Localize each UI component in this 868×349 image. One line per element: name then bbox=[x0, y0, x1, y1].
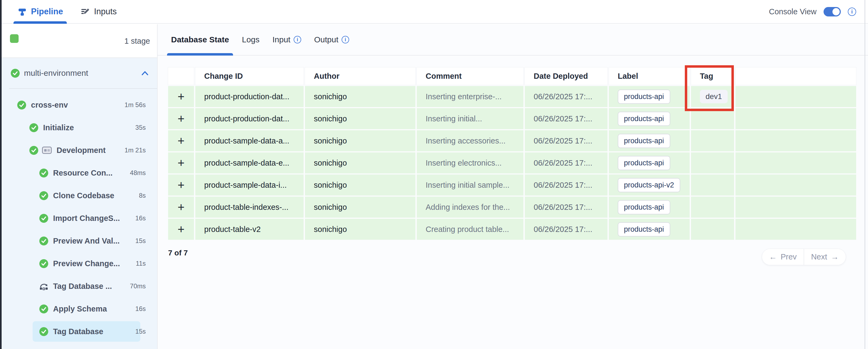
table-row-expander[interactable]: + bbox=[168, 130, 194, 151]
header-label: Label bbox=[609, 67, 690, 85]
check-circle-icon bbox=[29, 123, 38, 132]
tree-item-development[interactable]: Development 1m 21s bbox=[2, 139, 157, 162]
table-row-expander[interactable]: + bbox=[168, 108, 194, 129]
label-badge: products-api-v2 bbox=[618, 178, 680, 192]
tab-label: Input bbox=[272, 35, 290, 44]
check-circle-icon bbox=[39, 191, 48, 200]
check-circle-icon bbox=[39, 259, 48, 268]
tree-item-tag-database-skipped[interactable]: Tag Database ... 70ms bbox=[2, 275, 157, 297]
cell-date-deployed: 06/26/2025 17:... bbox=[525, 108, 608, 129]
skipped-step-icon bbox=[39, 282, 48, 291]
tree-item-duration: 1m 21s bbox=[124, 146, 146, 154]
active-tab-underline bbox=[167, 53, 233, 56]
cell-change-id: product-production-dat... bbox=[195, 86, 304, 107]
output-info-icon[interactable]: i bbox=[342, 36, 349, 43]
prev-page-button[interactable]: ← Prev bbox=[762, 249, 804, 265]
label-badge: products-api bbox=[618, 134, 670, 148]
cell-date-deployed: 06/26/2025 17:... bbox=[525, 86, 608, 107]
next-page-button[interactable]: Next → bbox=[804, 249, 846, 265]
cell-label: products-api bbox=[609, 152, 690, 173]
check-circle-icon bbox=[11, 69, 20, 78]
tree-item-label: Apply Schema bbox=[53, 304, 107, 313]
cell-comment: Inserting accessories... bbox=[417, 130, 523, 151]
check-circle-icon bbox=[39, 214, 48, 223]
table-row-expander[interactable]: + bbox=[168, 152, 194, 173]
pipeline-icon bbox=[18, 7, 27, 16]
tree-item-clone-codebase[interactable]: Clone Codebase 8s bbox=[2, 184, 157, 207]
cell-comment: Creating product table... bbox=[417, 219, 523, 240]
cell-tag bbox=[691, 108, 734, 129]
cell-label: products-api bbox=[609, 108, 690, 129]
tree-item-label: Tag Database bbox=[53, 327, 103, 336]
table-row-expander[interactable]: + bbox=[168, 197, 194, 217]
cell-label: products-api bbox=[609, 130, 690, 151]
check-circle-icon bbox=[39, 304, 48, 313]
cell-label: products-api bbox=[609, 86, 690, 107]
console-view-label: Console View bbox=[769, 7, 816, 16]
table-row-expander[interactable]: + bbox=[168, 175, 194, 196]
cell-change-id: product-sample-data-a... bbox=[195, 130, 304, 151]
table-row-expander[interactable]: + bbox=[168, 86, 194, 107]
tree-item-tag-database-selected[interactable]: Tag Database 15s bbox=[2, 320, 157, 343]
tree-item-label: Resource Con... bbox=[53, 169, 113, 177]
right-arrow-icon: → bbox=[831, 253, 839, 261]
database-state-table: Change ID Author Comment Date Deployed L… bbox=[168, 67, 856, 240]
cell-date-deployed: 06/26/2025 17:... bbox=[525, 175, 608, 196]
tab-logs[interactable]: Logs bbox=[242, 24, 259, 55]
cell-change-id: product-table-v2 bbox=[195, 219, 304, 240]
tree-item-resource-con[interactable]: Resource Con... 48ms bbox=[2, 162, 157, 184]
tree-item-preview-and-validate[interactable]: Preview And Val... 15s bbox=[2, 230, 157, 252]
cell-author: sonichigo bbox=[305, 197, 415, 217]
tag-chip: dev1 bbox=[700, 90, 727, 103]
cell-tag bbox=[691, 219, 734, 240]
cell-label: products-api bbox=[609, 219, 690, 240]
stage-summary-header: 1 stage bbox=[2, 24, 157, 58]
tree-item-label: Initialize bbox=[43, 123, 74, 132]
tree-root-multi-environment[interactable]: multi-environment bbox=[2, 58, 157, 88]
cell-date-deployed: 06/26/2025 17:... bbox=[525, 152, 608, 173]
pipeline-tree: multi-environment cross-env 1m 56s Initi… bbox=[2, 58, 157, 349]
header-date-deployed: Date Deployed bbox=[525, 67, 608, 85]
tab-inputs[interactable]: Inputs bbox=[81, 0, 117, 23]
tree-item-cross-env[interactable]: cross-env 1m 56s bbox=[2, 94, 157, 116]
chevron-up-icon[interactable] bbox=[141, 70, 149, 76]
detail-tabs: Database State Logs Input i Output i bbox=[158, 24, 868, 56]
console-info-icon[interactable]: i bbox=[848, 7, 856, 16]
cell-spacer bbox=[736, 219, 856, 240]
tab-database-state[interactable]: Database State bbox=[171, 24, 229, 55]
tree-item-duration: 48ms bbox=[130, 169, 146, 177]
stage-count-label: 1 stage bbox=[124, 36, 150, 45]
tree-item-label: Tag Database ... bbox=[53, 282, 112, 291]
environment-card-icon bbox=[42, 146, 52, 154]
tree-item-duration: 11s bbox=[136, 260, 146, 267]
tree-item-import-changesets[interactable]: Import ChangeS... 16s bbox=[2, 207, 157, 230]
tree-item-label: cross-env bbox=[31, 100, 68, 110]
header-comment: Comment bbox=[417, 67, 523, 85]
active-tab-underline bbox=[13, 21, 67, 24]
check-circle-icon bbox=[39, 236, 48, 245]
panel-right-border bbox=[865, 0, 865, 349]
check-circle-icon bbox=[39, 327, 48, 336]
cell-spacer bbox=[736, 152, 856, 173]
pipeline-sidebar: 1 stage multi-environment cross-env 1m 5… bbox=[2, 24, 157, 349]
input-info-icon[interactable]: i bbox=[293, 36, 301, 43]
tab-input[interactable]: Input i bbox=[272, 24, 301, 55]
table-row-expander[interactable]: + bbox=[168, 219, 194, 240]
tree-item-initialize[interactable]: Initialize 35s bbox=[2, 116, 157, 139]
console-view-toggle[interactable] bbox=[824, 7, 841, 17]
tree-item-label: Preview Change... bbox=[53, 259, 120, 268]
tree-item-duration: 15s bbox=[135, 237, 146, 244]
cell-author: sonichigo bbox=[305, 175, 415, 196]
tab-label: Output bbox=[314, 35, 338, 44]
inputs-icon bbox=[81, 7, 90, 16]
left-arrow-icon: ← bbox=[769, 253, 777, 261]
cell-comment: Inserting electronics... bbox=[417, 152, 523, 173]
tree-item-label: Preview And Val... bbox=[53, 236, 120, 245]
tab-inputs-label: Inputs bbox=[94, 7, 117, 17]
tree-item-preview-changes[interactable]: Preview Change... 11s bbox=[2, 252, 157, 275]
tab-label: Logs bbox=[242, 35, 259, 44]
header-author: Author bbox=[305, 67, 415, 85]
tree-item-apply-schema[interactable]: Apply Schema 16s bbox=[2, 297, 157, 320]
tab-pipeline[interactable]: Pipeline bbox=[18, 0, 63, 23]
tab-output[interactable]: Output i bbox=[314, 24, 349, 55]
